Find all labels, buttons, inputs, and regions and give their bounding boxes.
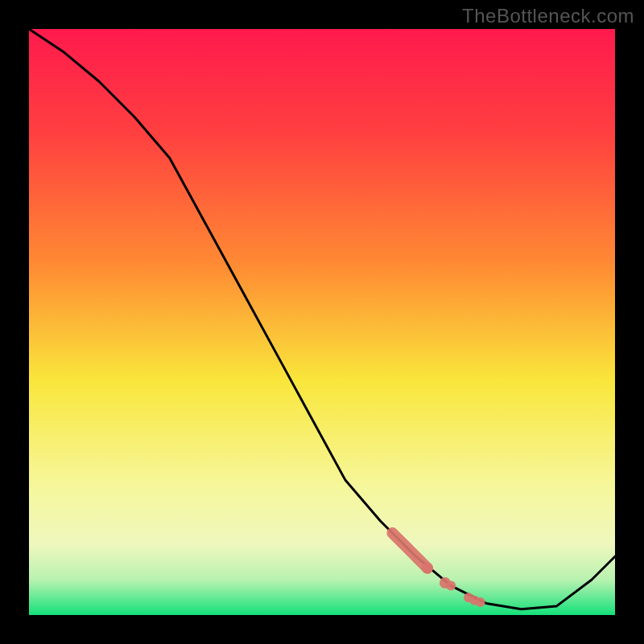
watermark-text: TheBottleneck.com xyxy=(462,5,634,27)
marker-dot xyxy=(422,563,433,574)
chart-frame: TheBottleneck.com xyxy=(0,0,644,644)
marker-dot xyxy=(476,597,485,607)
chart-svg xyxy=(0,0,644,644)
plot-area xyxy=(29,29,615,615)
marker-dot xyxy=(446,581,456,591)
